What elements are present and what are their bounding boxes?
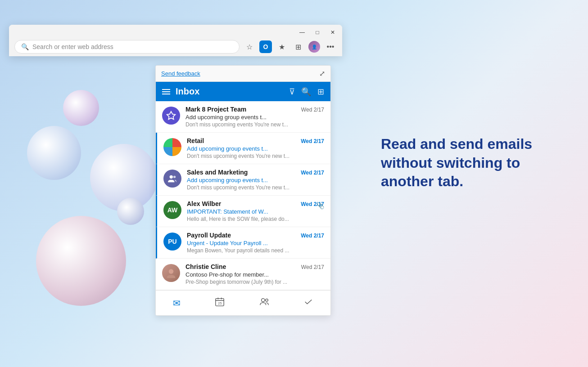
email-content: Mark 8 Project Team Wed 2/17 Add upcomin… [185,106,324,128]
svg-point-1 [170,175,173,179]
email-preview: Don't miss upcoming events You're new t.… [185,121,324,128]
avatar: PU [163,233,181,251]
email-subject: Contoso Pre-shop for member... [185,271,324,278]
email-subject: Add upcoming group events t... [185,114,324,121]
search-inbox-icon[interactable]: 🔍 [301,87,311,97]
avatar [163,138,181,156]
address-icons: ☆ O ★ ⊞ 👤 ••• [243,40,337,53]
sphere-2 [63,90,99,126]
email-date: Wed 2/17 [301,170,324,176]
email-content: Alex Wilber Wed 2/17 IMPORTANT: Statemen… [187,200,324,222]
email-sender: Payroll Update [187,232,231,239]
hamburger-menu[interactable] [162,89,170,94]
promo-heading: Read and send emails without switching t… [381,135,552,191]
email-list: Mark 8 Project Team Wed 2/17 Add upcomin… [156,101,330,290]
promo-section: Read and send emails without switching t… [381,135,552,191]
email-subject: Urgent - Update Your Payroll ... [187,240,324,246]
svg-point-10 [265,299,268,302]
email-item[interactable]: Retail Wed 2/17 Add upcoming group event… [156,133,330,164]
email-item[interactable]: Sales and Marketing Wed 2/17 Add upcomin… [156,164,330,196]
email-preview: Pre-Shop begins tomorrow (July 9th) for … [185,279,324,285]
filter-icon[interactable]: ⊽ [289,87,295,97]
nav-calendar[interactable]: 25 [208,295,232,311]
collections-icon[interactable]: ⊞ [292,40,304,53]
mail-icon: ✉ [173,298,181,309]
people-icon [259,297,269,309]
profile-avatar[interactable]: 👤 [308,40,321,53]
email-date: Wed 2/17 [301,233,324,239]
outlook-badge: O [259,40,272,53]
title-bar: — □ ✕ [9,25,342,38]
email-content: Sales and Marketing Wed 2/17 Add upcomin… [187,169,324,191]
email-item[interactable]: Christie Cline Wed 2/17 Contoso Pre-shop… [156,259,330,290]
avatar [163,170,181,188]
close-button[interactable]: ✕ [329,28,337,36]
email-top-row: Sales and Marketing Wed 2/17 [187,169,324,176]
bottom-nav: ✉ 25 [156,290,330,315]
search-box[interactable]: 🔍 Search or enter web address [14,40,240,54]
email-date: Wed 2/17 [301,107,324,113]
favorites-bar-icon[interactable]: ★ [276,40,288,53]
browser-window: — □ ✕ 🔍 Search or enter web address ☆ O … [9,25,342,56]
email-sender: Mark 8 Project Team [185,106,246,113]
svg-point-2 [173,176,176,178]
email-top-row: Alex Wilber Wed 2/17 [187,200,324,207]
email-content: Payroll Update Wed 2/17 Urgent - Update … [187,232,324,254]
email-preview: Hello all, Here is the SOW file, please … [187,216,324,222]
email-date: Wed 2/17 [301,264,324,270]
maximize-button[interactable]: □ [313,28,321,36]
email-subject: IMPORTANT: Statement of W... [187,208,324,215]
more-menu-icon[interactable]: ••• [324,40,337,53]
inbox-actions: ⊽ 🔍 ⊞ [289,87,324,97]
email-item[interactable]: AW Alex Wilber Wed 2/17 IMPORTANT: State… [156,196,330,227]
email-date: Wed 2/17 [301,138,324,144]
nav-people[interactable] [252,295,276,311]
email-sender: Retail [187,137,204,144]
email-content: Retail Wed 2/17 Add upcoming group event… [187,137,324,159]
user-avatar: 👤 [308,41,320,53]
nav-tasks[interactable] [296,295,321,311]
calendar-icon: 25 [215,297,225,309]
address-bar: 🔍 Search or enter web address ☆ O ★ ⊞ 👤 … [9,38,342,56]
svg-point-9 [261,299,264,302]
email-subject: Add upcoming group events t... [187,145,324,152]
email-item[interactable]: Mark 8 Project Team Wed 2/17 Add upcomin… [156,101,330,133]
attachment-icon: 📎 [317,202,324,209]
svg-text:25: 25 [218,301,222,305]
feedback-link[interactable]: Send feedback [161,70,200,77]
expand-icon[interactable]: ⤢ [319,69,325,78]
window-controls: — □ ✕ [298,28,337,36]
avatar: AW [163,201,181,219]
avatar [162,264,180,282]
email-sender: Sales and Marketing [187,169,248,176]
favorites-icon[interactable]: ☆ [243,40,256,53]
sphere-1 [27,126,81,180]
inbox-header: Inbox ⊽ 🔍 ⊞ [156,82,330,101]
svg-point-3 [169,269,173,273]
compose-icon[interactable]: ⊞ [317,87,324,97]
email-sender: Christie Cline [185,263,226,270]
panel-topbar: Send feedback ⤢ [156,66,330,82]
minimize-button[interactable]: — [298,28,306,36]
tasks-icon [303,297,313,309]
sphere-5 [117,198,144,225]
email-top-row: Payroll Update Wed 2/17 [187,232,324,239]
email-content: Christie Cline Wed 2/17 Contoso Pre-shop… [185,263,324,285]
avatar [162,107,180,125]
search-placeholder: Search or enter web address [32,43,113,50]
outlook-panel: Send feedback ⤢ Inbox ⊽ 🔍 ⊞ Ma [155,65,331,316]
email-preview: Megan Bowen, Your payroll details need .… [187,247,324,254]
email-item[interactable]: PU Payroll Update Wed 2/17 Urgent - Upda… [156,227,330,259]
email-subject: Add upcoming group events t... [187,177,324,184]
email-preview: Don't miss upcoming events You're new t.… [187,184,324,191]
sphere-4 [90,144,158,211]
inbox-title: Inbox [176,86,199,97]
email-top-row: Retail Wed 2/17 [187,137,324,144]
email-preview: Don't miss upcoming events You're new t.… [187,153,324,159]
inbox-header-left: Inbox [162,86,199,97]
outlook-tab-icon[interactable]: O [259,40,272,53]
nav-mail[interactable]: ✉ [166,296,188,310]
email-top-row: Mark 8 Project Team Wed 2/17 [185,106,324,113]
sphere-3 [36,216,126,306]
search-icon: 🔍 [21,43,29,50]
